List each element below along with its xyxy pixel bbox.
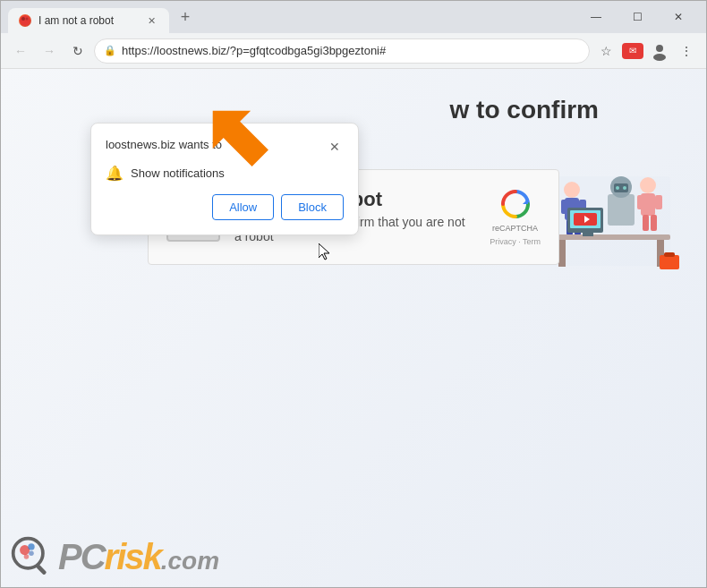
- tab-bar: I am not a robot ✕ +: [8, 1, 572, 33]
- minimize-button[interactable]: —: [575, 4, 617, 30]
- pcrisk-watermark: PCrisk.com: [10, 535, 219, 578]
- allow-button[interactable]: Allow: [212, 194, 274, 220]
- forward-button[interactable]: →: [37, 38, 62, 64]
- tab-close-button[interactable]: ✕: [144, 13, 158, 28]
- svg-rect-23: [545, 234, 670, 240]
- menu-icon[interactable]: ⋮: [674, 38, 699, 64]
- svg-point-10: [623, 186, 626, 190]
- svg-point-9: [616, 186, 619, 190]
- svg-rect-27: [664, 252, 675, 257]
- back-button[interactable]: ←: [8, 38, 33, 64]
- pcrisk-pc: PC: [58, 537, 105, 576]
- active-tab[interactable]: I am not a robot ✕: [8, 8, 169, 33]
- close-button[interactable]: ✕: [658, 4, 699, 30]
- pcrisk-text: PCrisk.com: [58, 537, 219, 577]
- popup-close-button[interactable]: ✕: [326, 138, 344, 156]
- maximize-button[interactable]: ☐: [617, 4, 658, 30]
- svg-rect-45: [36, 564, 47, 575]
- svg-rect-24: [558, 240, 566, 267]
- block-button[interactable]: Block: [281, 194, 344, 220]
- email-icon[interactable]: ✉: [620, 38, 645, 64]
- tab-favicon: [19, 14, 31, 27]
- confirm-text: w to confirm: [450, 87, 599, 124]
- svg-point-17: [640, 177, 656, 193]
- svg-point-1: [21, 17, 25, 21]
- svg-rect-30: [583, 233, 593, 236]
- address-actions: ☆ ✉ ⋮: [593, 38, 699, 64]
- new-tab-button[interactable]: +: [173, 4, 198, 30]
- svg-point-43: [28, 543, 34, 550]
- popup-buttons: Allow Block: [106, 194, 344, 220]
- svg-point-3: [656, 45, 663, 52]
- address-bar: ← → ↻ 🔒 https://loostnews.biz/?p=gfqtcod…: [1, 33, 706, 69]
- browser-window: I am not a robot ✕ + — ☐ ✕ ← → ↻ 🔒 https…: [0, 0, 707, 588]
- svg-rect-6: [608, 194, 635, 226]
- svg-rect-21: [643, 215, 649, 231]
- url-bar[interactable]: 🔒 https://loostnews.biz/?p=gfqtcodbga5gi…: [94, 38, 590, 64]
- svg-point-46: [29, 551, 34, 557]
- page-content: w to confirm: [1, 69, 706, 587]
- window-controls: — ☐ ✕: [575, 1, 699, 30]
- notification-row: 🔔 Show notifications: [106, 165, 344, 182]
- svg-rect-22: [651, 215, 657, 231]
- svg-point-0: [20, 15, 30, 26]
- notification-popup: loostnews.biz wants to ✕ 🔔 Show notifica…: [90, 123, 359, 235]
- recaptcha-links: Privacy · Term: [490, 237, 541, 246]
- refresh-button[interactable]: ↻: [65, 38, 90, 64]
- svg-point-2: [26, 18, 29, 21]
- svg-point-11: [564, 182, 580, 198]
- notification-label: Show notifications: [131, 166, 225, 180]
- popup-header: loostnews.biz wants to ✕: [106, 138, 344, 156]
- popup-title: loostnews.biz wants to: [106, 138, 222, 151]
- svg-point-4: [653, 54, 666, 61]
- bell-icon: 🔔: [106, 165, 124, 182]
- email-icon-btn: ✉: [622, 43, 643, 59]
- lock-icon: 🔒: [104, 45, 116, 56]
- profile-icon[interactable]: [647, 38, 672, 64]
- site-background: w to confirm: [1, 69, 706, 587]
- svg-rect-13: [561, 200, 568, 214]
- url-text: https://loostnews.biz/?p=gfqtcodbga5gi3b…: [122, 44, 580, 57]
- svg-rect-20: [655, 195, 662, 209]
- recaptcha-badge: reCAPTCHA Privacy · Term: [490, 188, 541, 246]
- title-bar: I am not a robot ✕ + — ☐ ✕: [1, 1, 706, 33]
- svg-point-44: [24, 554, 30, 559]
- tab-title: I am not a robot: [38, 14, 137, 27]
- pcrisk-risk: risk: [105, 537, 161, 576]
- svg-rect-19: [637, 195, 644, 209]
- svg-rect-26: [660, 255, 679, 269]
- recaptcha-label: reCAPTCHA: [492, 224, 538, 234]
- pcrisk-com: .com: [161, 547, 219, 575]
- bookmark-icon[interactable]: ☆: [593, 38, 618, 64]
